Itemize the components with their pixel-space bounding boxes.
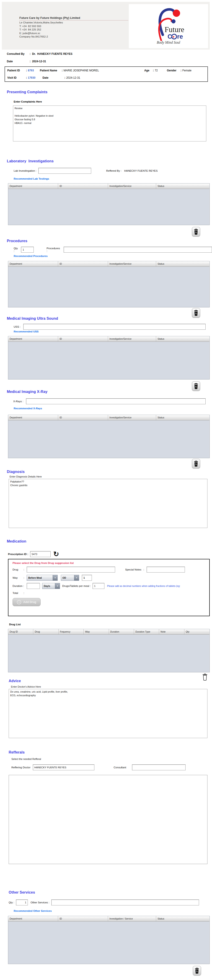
drug-entry-box: Please select the Drug from Drug suggess… [8, 559, 210, 616]
way-label: Way [13, 576, 24, 579]
lab-investigation-input[interactable] [38, 168, 91, 174]
refresh-icon[interactable]: ↻ [53, 551, 59, 558]
referring-doctor-label: Reffering Doctor [11, 766, 31, 769]
plus-icon: + [17, 600, 21, 605]
procedures-table-body[interactable] [8, 267, 209, 307]
chevron-down-icon: ▼ [74, 575, 79, 581]
svg-text:↻: ↻ [196, 970, 198, 972]
recommended-other-services-label: Recommended Other Services [14, 910, 52, 912]
consulted-by-value: : Dr. HANECKY FUENTE REYES [30, 52, 72, 56]
uss-delete-button[interactable]: ↻ [192, 381, 200, 391]
col-header-qty: Qty [185, 629, 209, 635]
other-services-title: Other Services [9, 891, 35, 894]
uss-table-header: Department ID Investigation/Service Stat… [8, 336, 209, 342]
other-services-input[interactable] [51, 899, 199, 905]
complaints-textarea[interactable]: Review Helicobacter pylori- Negative in … [13, 105, 206, 142]
referral-list-box[interactable] [9, 775, 207, 864]
separator: : [25, 69, 28, 72]
total-label: Total [13, 592, 24, 594]
other-services-qty-input[interactable] [16, 899, 28, 905]
special-notes-label: Special Notes [125, 568, 143, 571]
future-care-logo-icon: Future C ♥ re Body Mind Soul [146, 6, 191, 47]
other-services-delete-button[interactable]: ↻ [193, 966, 201, 975]
col-header-way: Way [84, 629, 109, 635]
col-header-status: Status [156, 415, 209, 420]
xray-table-body[interactable] [8, 420, 209, 458]
special-notes-input[interactable] [146, 566, 185, 573]
patient-info-row-1: Patient ID : 8793 Patient Name : MARIE J… [7, 69, 205, 72]
fraction-note: Please add as decimal numbers when addin… [107, 585, 205, 587]
advice-textarea[interactable]: Do urea, creatinine, uric acid, Lipid pr… [9, 689, 207, 738]
visit-id-label: Visit ID [7, 76, 25, 80]
lab-table-body[interactable] [8, 189, 209, 225]
duration-unit-dropdown[interactable]: Day/s ▼ [42, 583, 60, 589]
col-header-investigation: Investigation/Service [108, 415, 156, 420]
company-logo: Future C ♥ re Body Mind Soul [129, 4, 208, 48]
svg-text:↻: ↻ [195, 463, 197, 465]
complaints-sublabel: Enter Complaints Here [14, 100, 42, 103]
duration-input[interactable] [27, 583, 40, 589]
lab-delete-button[interactable]: ↻ [192, 227, 200, 237]
recommended-xray-label: Recommended X-Rays [14, 407, 42, 410]
prescription-id-label: Prescription ID : [8, 553, 28, 555]
trash-outline-icon [202, 673, 208, 681]
meal-timing-dropdown[interactable]: Before Meal ▼ [27, 575, 58, 581]
recommended-uss-label: Recommended USS [14, 330, 39, 333]
col-header-drug: Drug [33, 629, 58, 635]
procedures-input[interactable] [64, 247, 212, 253]
svg-text:↻: ↻ [195, 386, 197, 388]
col-header-duration-type: Duration Type [134, 629, 159, 635]
recommended-lab-testings-label: Recommended Lab Testings [14, 177, 49, 180]
ultrasound-title: Medical Imaging Ultra Sound [7, 317, 58, 321]
age-value: 72 [155, 69, 158, 72]
drug-input[interactable] [27, 566, 115, 573]
form-date-row: Date : 2024-12-31 [7, 60, 46, 63]
procedures-qty-input[interactable] [21, 247, 34, 253]
diagnosis-textarea[interactable]: Palpitation?? Chronic gastritis [9, 479, 207, 528]
separator: : [180, 69, 182, 72]
age-label: Age [144, 69, 152, 72]
advice-sublabel: Enter Doctor's Advice Here [11, 685, 41, 688]
gender-value: Female [182, 69, 191, 72]
xray-input[interactable] [26, 398, 206, 404]
prescription-id-input[interactable] [30, 551, 51, 557]
col-header-investigation: Investigation/Service [108, 261, 156, 267]
xray-label: X-Rays : [13, 400, 23, 402]
patient-id-value: 8793 [28, 69, 34, 72]
trash-icon: ↻ [194, 310, 199, 316]
drug-label: Drug [13, 568, 24, 571]
col-header-investigation: Investigation/Service [108, 183, 156, 189]
col-header-status: Status [156, 261, 209, 267]
col-header-investigation: Investigation/Service [108, 336, 156, 342]
lab-investigation-label: Lab Investingation : [14, 169, 37, 172]
trash-icon: ↻ [194, 383, 199, 389]
logo-tagline: Body Mind Soul [157, 40, 180, 45]
consultant-input[interactable] [132, 764, 186, 770]
drug-list-table: Drug ID Drug Fequency Way Duration Durat… [8, 629, 210, 672]
frequency-dropdown[interactable]: OD ▼ [61, 575, 79, 581]
uss-input[interactable] [23, 324, 206, 330]
col-header-drug-id: Drug ID [8, 629, 33, 635]
frequency-qty-input[interactable] [82, 575, 92, 581]
procedures-delete-button[interactable]: ↻ [192, 308, 200, 318]
advice-delete-button[interactable] [202, 673, 208, 682]
other-services-table-header: Department ID Investigation / Service St… [8, 916, 209, 921]
separator: : [24, 576, 27, 579]
col-header-id: ID [58, 261, 108, 267]
procedures-table-header: Department ID Investigation/Service Stat… [8, 261, 209, 267]
uss-table-body[interactable] [8, 342, 209, 379]
presenting-complaints-title: Presenting Complaints [7, 90, 47, 94]
diagnosis-title: Diagnosis [7, 470, 25, 474]
referring-doctor-input[interactable] [33, 764, 95, 770]
per-meal-input[interactable] [93, 583, 104, 589]
xray-delete-button[interactable]: ↻ [192, 459, 200, 468]
xray-title: Medical Imaging X-Ray [7, 390, 47, 394]
col-header-id: ID [58, 336, 108, 342]
company-name: Future Care by Future Holdings (Pty) Lim… [19, 16, 128, 21]
trash-icon: ↻ [194, 461, 199, 467]
visit-id-value: 17930 [28, 76, 35, 80]
drug-table-body[interactable] [8, 635, 209, 672]
xray-row: X-Rays : [13, 398, 206, 404]
other-services-table-body[interactable] [8, 921, 209, 964]
add-drug-button[interactable]: + Add Drug [13, 598, 40, 606]
